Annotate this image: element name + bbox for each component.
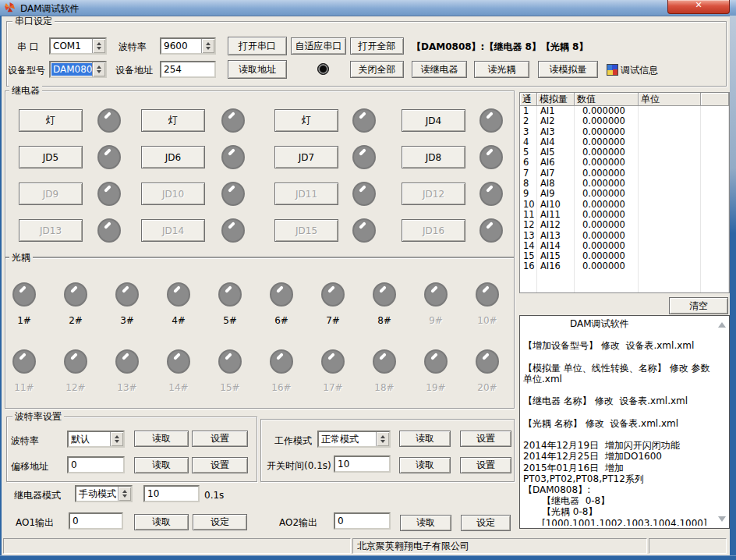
- switch-time-read-button[interactable]: 读取: [399, 457, 451, 473]
- open-all-button[interactable]: 打开全部: [350, 37, 404, 55]
- table-row[interactable]: 10AI100.000000: [520, 200, 729, 210]
- offset-read-button[interactable]: 读取: [134, 457, 189, 473]
- work-mode-combobox[interactable]: 正常模式: [317, 431, 391, 448]
- table-cell: 0.000000: [575, 106, 639, 116]
- table-row[interactable]: 13AI130.000000: [520, 231, 729, 241]
- table-row[interactable]: [520, 282, 729, 292]
- offset-set-button[interactable]: 设置: [192, 457, 248, 473]
- table-row[interactable]: 2AI20.000000: [520, 116, 729, 126]
- ao2-set-button[interactable]: 设定: [461, 515, 511, 531]
- relay-button-1[interactable]: 灯: [19, 109, 83, 132]
- relay-button-16[interactable]: JD16: [402, 219, 465, 242]
- table-row[interactable]: 7AI70.000000: [520, 168, 729, 179]
- relay-button-11[interactable]: JD11: [274, 183, 338, 205]
- device-model-combobox[interactable]: DAM0808: [49, 61, 107, 78]
- device-model-dropdown-icon[interactable]: [92, 62, 105, 76]
- table-cell: [701, 210, 729, 220]
- window-border-left: [0, 16, 2, 560]
- table-cell: [701, 251, 729, 261]
- relay-button-2[interactable]: 灯: [141, 109, 205, 132]
- info-panel[interactable]: DAM调试软件 【增加设备型号】 修改 设备表.xml.xml 【模拟量 单位、…: [519, 315, 730, 529]
- table-row[interactable]: 5AI50.000000: [520, 147, 729, 158]
- scroll-up-icon[interactable]: [718, 322, 726, 328]
- relay-button-15[interactable]: JD15: [274, 219, 338, 242]
- relay-button-5[interactable]: JD5: [19, 146, 83, 168]
- relay-button-13[interactable]: JD13: [19, 219, 83, 242]
- table-row[interactable]: [520, 272, 729, 282]
- relay-button-8[interactable]: JD8: [402, 146, 465, 168]
- relay-button-14[interactable]: JD14: [141, 219, 205, 242]
- open-serial-button[interactable]: 打开串口: [228, 37, 287, 55]
- relay-indicator-14: [221, 218, 245, 243]
- relay-button-7[interactable]: JD7: [274, 146, 338, 168]
- switch-time-input[interactable]: 10: [334, 455, 391, 473]
- baud-rate-label: 波特率: [119, 41, 147, 52]
- table-row[interactable]: 12AI120.000000: [520, 220, 729, 230]
- switch-time-set-button[interactable]: 设置: [460, 457, 511, 473]
- work-mode-set-button[interactable]: 设置: [460, 431, 511, 447]
- opto-label-13: 13#: [111, 382, 143, 393]
- read-address-button[interactable]: 读取地址: [228, 60, 287, 79]
- analog-table[interactable]: 通模拟量数值单位1AI10.0000002AI20.0000003AI30.00…: [519, 92, 730, 293]
- scroll-down-icon[interactable]: [718, 516, 726, 522]
- baud-settings-legend: 波特率设置: [12, 412, 64, 422]
- table-row[interactable]: 3AI30.000000: [520, 127, 729, 137]
- ao1-set-button[interactable]: 设定: [193, 514, 247, 530]
- relay-indicator-13: [97, 218, 121, 243]
- analog-table-header-2[interactable]: 模拟量: [537, 93, 575, 106]
- relay-button-4[interactable]: JD4: [402, 109, 465, 132]
- ao1-input[interactable]: 0: [69, 512, 123, 530]
- table-row[interactable]: 15AI150.000000: [520, 251, 729, 261]
- analog-table-header-3[interactable]: 数值: [575, 93, 639, 106]
- adaptive-serial-button[interactable]: 自适应串口: [291, 37, 346, 55]
- relay-mode-combobox[interactable]: 手动模式: [75, 485, 133, 502]
- close-button[interactable]: ✕: [667, 0, 730, 14]
- opto-indicator-11: [12, 349, 36, 374]
- read-relay-button[interactable]: 读继电器: [412, 61, 467, 78]
- table-row[interactable]: 14AI140.000000: [520, 241, 729, 251]
- work-mode-dropdown-icon[interactable]: [376, 432, 389, 446]
- read-opto-button[interactable]: 读光耦: [474, 61, 529, 78]
- window-title: DAM调试软件: [20, 2, 80, 16]
- analog-table-header-4[interactable]: 单位: [639, 93, 701, 106]
- table-row[interactable]: 8AI80.000000: [520, 179, 729, 189]
- baud-setting-dropdown-icon[interactable]: [110, 432, 123, 446]
- device-address-label: 设备地址: [115, 65, 153, 76]
- opto-indicator-6: [270, 282, 293, 307]
- table-row[interactable]: 4AI40.000000: [520, 137, 729, 147]
- analog-table-header-5[interactable]: [701, 93, 729, 106]
- close-all-button[interactable]: 关闭全部: [350, 61, 404, 78]
- device-summary-text: 【DAM0808】:【继电器 8】【光耦 8】: [412, 41, 588, 52]
- read-analog-button[interactable]: 读模拟量: [538, 61, 598, 78]
- relay-button-10[interactable]: JD10: [141, 183, 205, 205]
- baud-setting-combobox[interactable]: 默认: [67, 431, 125, 448]
- com-port-combobox[interactable]: COM1: [49, 37, 107, 55]
- com-port-dropdown-icon[interactable]: [92, 39, 105, 53]
- table-row[interactable]: 11AI110.000000: [520, 210, 729, 220]
- ao1-read-button[interactable]: 读取: [134, 514, 189, 530]
- relay-mode-time-input[interactable]: 10: [143, 485, 200, 502]
- ao2-input[interactable]: 0: [334, 512, 391, 530]
- table-cell: AI12: [537, 220, 575, 230]
- baud-rate-dropdown-icon[interactable]: [201, 39, 214, 53]
- relay-button-9[interactable]: JD9: [19, 183, 83, 205]
- ao2-read-button[interactable]: 读取: [400, 515, 451, 531]
- relay-button-12[interactable]: JD12: [402, 183, 465, 205]
- table-row[interactable]: 9AI90.000000: [520, 189, 729, 199]
- baud-set-button[interactable]: 设置: [192, 431, 248, 447]
- baud-read-button[interactable]: 读取: [134, 431, 189, 447]
- debug-info-icon[interactable]: [607, 64, 618, 76]
- table-cell: AI14: [537, 241, 575, 251]
- table-row[interactable]: 16AI160.000000: [520, 261, 729, 271]
- table-row[interactable]: 6AI60.000000: [520, 158, 729, 168]
- relay-button-3[interactable]: 灯: [274, 109, 338, 132]
- baud-rate-combobox[interactable]: 9600: [160, 37, 216, 55]
- table-row[interactable]: 1AI10.000000: [520, 106, 729, 116]
- offset-address-input[interactable]: 0: [67, 456, 125, 473]
- device-address-input[interactable]: 254: [160, 61, 216, 78]
- relay-button-6[interactable]: JD6: [141, 146, 205, 168]
- relay-mode-dropdown-icon[interactable]: [118, 487, 131, 501]
- analog-table-header-1[interactable]: 通: [520, 93, 537, 106]
- clear-button[interactable]: 清空: [669, 297, 728, 314]
- work-mode-read-button[interactable]: 读取: [399, 431, 451, 447]
